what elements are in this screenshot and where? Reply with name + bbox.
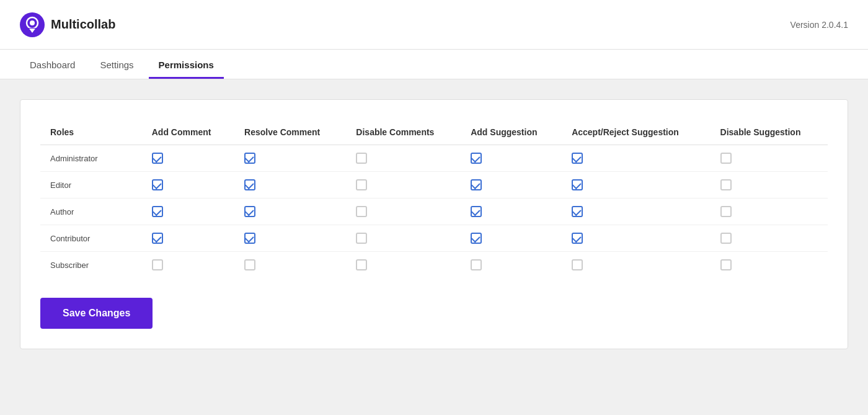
col-roles: Roles: [40, 120, 142, 145]
cell-resolve_comment-4: [234, 252, 346, 279]
col-disable-comments: Disable Comments: [346, 120, 461, 145]
checkbox-disable_comments-0[interactable]: [356, 153, 367, 164]
cell-disable_suggestion-2: [711, 199, 828, 225]
checkbox-add_suggestion-3[interactable]: [471, 233, 482, 244]
role-cell-contributor: Contributor: [40, 225, 142, 252]
cell-disable_suggestion-1: [711, 172, 828, 199]
checkbox-accept_reject_suggestion-3[interactable]: [572, 233, 583, 244]
nav-bar: Dashboard Settings Permissions: [0, 50, 868, 79]
save-changes-button[interactable]: Save Changes: [40, 298, 153, 329]
checkbox-disable_comments-1[interactable]: [356, 179, 367, 190]
cell-add_comment-2: [142, 199, 234, 225]
checkbox-add_suggestion-1[interactable]: [471, 179, 482, 190]
cell-disable_comments-4: [346, 252, 461, 279]
checkbox-add_comment-2[interactable]: [152, 206, 163, 217]
col-resolve-comment: Resolve Comment: [234, 120, 346, 145]
checkbox-add_suggestion-2[interactable]: [471, 206, 482, 217]
cell-resolve_comment-2: [234, 199, 346, 225]
checkbox-resolve_comment-0[interactable]: [244, 153, 255, 164]
cell-disable_suggestion-0: [711, 145, 828, 172]
role-cell-editor: Editor: [40, 172, 142, 199]
cell-accept_reject_suggestion-1: [562, 172, 710, 199]
cell-add_suggestion-4: [461, 252, 562, 279]
checkbox-disable_suggestion-1[interactable]: [720, 179, 732, 190]
checkbox-add_comment-1[interactable]: [152, 179, 163, 190]
table-header-row: Roles Add Comment Resolve Comment Disabl…: [40, 120, 828, 145]
checkbox-disable_suggestion-0[interactable]: [720, 153, 732, 164]
tab-settings[interactable]: Settings: [90, 53, 143, 79]
logo: Multicollab: [20, 12, 115, 37]
cell-disable_comments-1: [346, 172, 461, 199]
checkbox-disable_comments-2[interactable]: [356, 206, 367, 217]
table-row: Editor: [40, 172, 828, 199]
logo-icon: [20, 12, 45, 37]
checkbox-accept_reject_suggestion-4[interactable]: [572, 259, 583, 270]
cell-accept_reject_suggestion-3: [562, 225, 710, 252]
checkbox-add_suggestion-4[interactable]: [471, 259, 482, 270]
checkbox-disable_comments-4[interactable]: [356, 259, 367, 270]
role-cell-administrator: Administrator: [40, 145, 142, 172]
header: Multicollab Version 2.0.4.1: [0, 0, 868, 50]
checkbox-add_comment-4[interactable]: [152, 259, 163, 270]
table-row: Subscriber: [40, 252, 828, 279]
checkbox-resolve_comment-1[interactable]: [244, 179, 255, 190]
cell-disable_comments-3: [346, 225, 461, 252]
checkbox-disable_suggestion-4[interactable]: [720, 259, 732, 270]
col-add-suggestion: Add Suggestion: [461, 120, 562, 145]
cell-disable_comments-2: [346, 199, 461, 225]
col-add-comment: Add Comment: [142, 120, 234, 145]
col-disable-suggestion: Disable Suggestion: [711, 120, 828, 145]
tab-dashboard[interactable]: Dashboard: [20, 53, 85, 79]
col-accept-reject-suggestion: Accept/Reject Suggestion: [562, 120, 710, 145]
checkbox-accept_reject_suggestion-2[interactable]: [572, 206, 583, 217]
checkbox-disable_suggestion-3[interactable]: [720, 233, 732, 244]
cell-resolve_comment-3: [234, 225, 346, 252]
checkbox-add_comment-0[interactable]: [152, 153, 163, 164]
checkbox-disable_comments-3[interactable]: [356, 233, 367, 244]
permissions-table: Roles Add Comment Resolve Comment Disabl…: [40, 120, 828, 278]
svg-point-2: [30, 20, 35, 25]
cell-add_comment-4: [142, 252, 234, 279]
cell-add_comment-3: [142, 225, 234, 252]
cell-add_suggestion-0: [461, 145, 562, 172]
main-content: Roles Add Comment Resolve Comment Disabl…: [0, 79, 868, 369]
permissions-card: Roles Add Comment Resolve Comment Disabl…: [20, 99, 848, 349]
checkbox-resolve_comment-4[interactable]: [244, 259, 255, 270]
cell-add_suggestion-2: [461, 199, 562, 225]
cell-add_suggestion-3: [461, 225, 562, 252]
cell-accept_reject_suggestion-0: [562, 145, 710, 172]
cell-disable_suggestion-4: [711, 252, 828, 279]
table-row: Author: [40, 199, 828, 225]
cell-add_suggestion-1: [461, 172, 562, 199]
checkbox-accept_reject_suggestion-0[interactable]: [572, 153, 583, 164]
table-row: Contributor: [40, 225, 828, 252]
cell-disable_suggestion-3: [711, 225, 828, 252]
cell-accept_reject_suggestion-2: [562, 199, 710, 225]
cell-disable_comments-0: [346, 145, 461, 172]
version-text: Version 2.0.4.1: [790, 20, 848, 30]
checkbox-add_comment-3[interactable]: [152, 233, 163, 244]
role-cell-subscriber: Subscriber: [40, 252, 142, 279]
tab-permissions[interactable]: Permissions: [149, 53, 224, 79]
cell-accept_reject_suggestion-4: [562, 252, 710, 279]
checkbox-disable_suggestion-2[interactable]: [720, 206, 732, 217]
cell-resolve_comment-1: [234, 172, 346, 199]
checkbox-resolve_comment-3[interactable]: [244, 233, 255, 244]
role-cell-author: Author: [40, 199, 142, 225]
cell-add_comment-0: [142, 145, 234, 172]
logo-text: Multicollab: [51, 17, 115, 32]
checkbox-add_suggestion-0[interactable]: [471, 153, 482, 164]
checkbox-accept_reject_suggestion-1[interactable]: [572, 179, 583, 190]
cell-resolve_comment-0: [234, 145, 346, 172]
cell-add_comment-1: [142, 172, 234, 199]
table-row: Administrator: [40, 145, 828, 172]
checkbox-resolve_comment-2[interactable]: [244, 206, 255, 217]
